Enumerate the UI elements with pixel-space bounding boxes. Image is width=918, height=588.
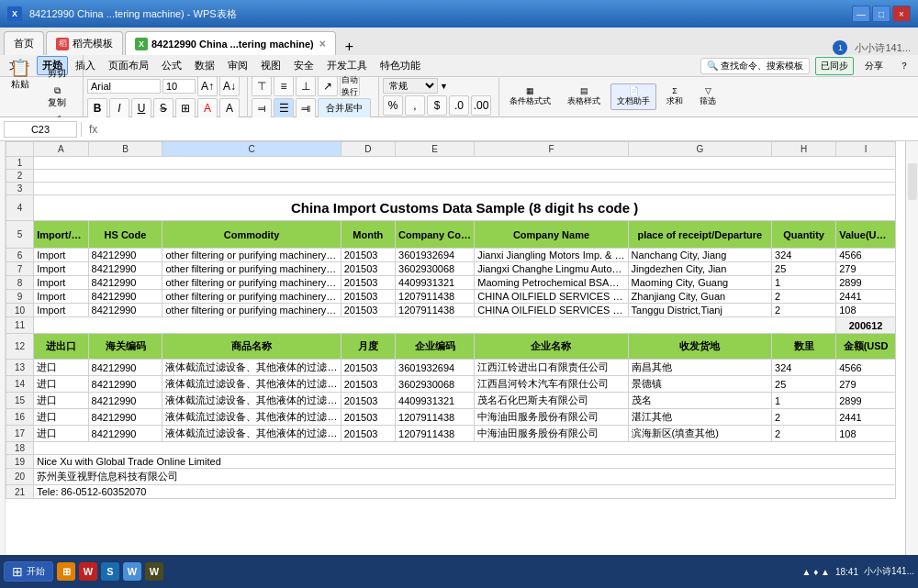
text-color-button[interactable]: A xyxy=(219,98,240,118)
col-header-B[interactable]: B xyxy=(88,142,162,157)
doc-assistant-button[interactable]: 📄 文档助手 xyxy=(610,83,656,110)
header-value-zh[interactable]: 金额(USD xyxy=(836,334,896,360)
spreadsheet-title-cell[interactable]: China Import Customs Data Sample (8 digi… xyxy=(34,195,896,221)
menu-special[interactable]: 特色功能 xyxy=(375,56,426,75)
strikethrough-button[interactable]: S̶ xyxy=(153,98,174,118)
header-commodity-en[interactable]: Commodity xyxy=(162,221,341,249)
row-header-7[interactable]: 7 xyxy=(6,262,34,276)
decrease-decimal-button[interactable]: .00 xyxy=(471,95,491,116)
new-tab-button[interactable]: + xyxy=(338,39,361,55)
menu-pagelayout[interactable]: 页面布局 xyxy=(103,56,154,75)
menu-security[interactable]: 安全 xyxy=(288,56,319,75)
taskbar-app1[interactable]: ⊞ xyxy=(57,562,75,581)
menu-dev[interactable]: 开发工具 xyxy=(321,56,373,75)
taskbar-app4[interactable]: W xyxy=(123,562,141,581)
tab-template[interactable]: 稻 稻壳模板 xyxy=(46,31,123,55)
formula-input[interactable] xyxy=(105,122,914,137)
rotate-text-button[interactable]: ↗ xyxy=(318,76,338,96)
row-header-4[interactable]: 4 xyxy=(6,195,34,221)
header-company-code-en[interactable]: Company Code xyxy=(396,221,475,249)
search-box[interactable]: 🔍 查找命令、搜索模板 xyxy=(700,58,810,74)
font-size-input[interactable] xyxy=(162,79,196,94)
row-header-17[interactable]: 17 xyxy=(6,426,34,442)
conditional-format-button[interactable]: ▦ 条件格式式 xyxy=(503,83,557,110)
sync-button[interactable]: 已同步 xyxy=(815,57,854,75)
comma-button[interactable]: , xyxy=(405,95,425,116)
row-header-14[interactable]: 14 xyxy=(6,376,34,393)
row-header-18[interactable]: 18 xyxy=(6,442,34,455)
row-header-5[interactable]: 5 xyxy=(6,221,34,249)
header-month-en[interactable]: Month xyxy=(341,221,395,249)
menu-data[interactable]: 数据 xyxy=(189,56,220,75)
currency-button[interactable]: $ xyxy=(427,95,447,116)
row-header-9[interactable]: 9 xyxy=(6,290,34,304)
row-header-11[interactable]: 11 xyxy=(6,317,34,334)
align-right-button[interactable]: ⫥ xyxy=(296,98,316,118)
align-left-button[interactable]: ⫤ xyxy=(252,98,272,118)
cell-reference-input[interactable] xyxy=(4,121,77,138)
row-header-12[interactable]: 12 xyxy=(6,334,34,360)
header-commodity-zh[interactable]: 商品名称 xyxy=(162,334,341,360)
decrease-font-button[interactable]: A↓ xyxy=(219,76,240,96)
start-button[interactable]: ⊞ 开始 xyxy=(4,561,53,582)
italic-button[interactable]: I xyxy=(109,98,129,118)
header-quantity-zh[interactable]: 数里 xyxy=(772,334,836,360)
header-import-export-en[interactable]: Import/Export xyxy=(34,221,88,249)
maximize-button[interactable]: □ xyxy=(872,6,890,22)
minimize-button[interactable]: — xyxy=(852,6,870,22)
bold-button[interactable]: B xyxy=(87,98,107,118)
align-top-button[interactable]: ⊤ xyxy=(252,76,272,96)
wrap-text-button[interactable]: 自动换行 xyxy=(340,76,360,96)
row-header-15[interactable]: 15 xyxy=(6,393,34,409)
menu-view[interactable]: 视图 xyxy=(255,56,286,75)
share-button[interactable]: 分享 xyxy=(859,57,889,75)
header-company-name-en[interactable]: Company Name xyxy=(475,221,628,249)
col-header-I[interactable]: I xyxy=(836,142,896,157)
increase-font-button[interactable]: A↑ xyxy=(197,76,218,96)
row-header-3[interactable]: 3 xyxy=(6,183,34,195)
align-middle-button[interactable]: ≡ xyxy=(274,76,294,96)
row-header-19[interactable]: 19 xyxy=(6,455,34,469)
merge-center-button[interactable]: 合并居中 xyxy=(318,98,371,118)
row-header-13[interactable]: 13 xyxy=(6,360,34,376)
col-header-A[interactable]: A xyxy=(34,142,88,157)
underline-button[interactable]: U xyxy=(131,98,151,118)
header-import-export-zh[interactable]: 进出口 xyxy=(34,334,88,360)
align-center-button[interactable]: ☰ xyxy=(274,98,294,118)
header-place-zh[interactable]: 收发货地 xyxy=(628,334,771,360)
fill-color-button[interactable]: A xyxy=(197,98,218,118)
row-header-10[interactable]: 10 xyxy=(6,304,34,317)
header-place-en[interactable]: place of receipt/Departure xyxy=(628,221,771,249)
row-header-8[interactable]: 8 xyxy=(6,276,34,290)
menu-review[interactable]: 审阅 xyxy=(222,56,253,75)
header-value-en[interactable]: Value(USD) xyxy=(836,221,896,249)
scrollbar-thumb[interactable] xyxy=(908,163,917,200)
increase-decimal-button[interactable]: .0 xyxy=(449,95,469,116)
percent-button[interactable]: % xyxy=(383,95,403,116)
col-header-C[interactable]: C xyxy=(162,142,341,157)
table-style-button[interactable]: ▤ 表格样式 xyxy=(561,83,607,110)
filter-button[interactable]: ▽ 筛选 xyxy=(693,83,722,110)
tab-doc[interactable]: X 84212990 China ...tering machine) × xyxy=(125,31,336,55)
tab-home[interactable]: 首页 xyxy=(4,31,44,55)
row-header-16[interactable]: 16 xyxy=(6,409,34,426)
row-header-6[interactable]: 6 xyxy=(6,249,34,262)
header-hs-code-zh[interactable]: 海关编码 xyxy=(88,334,162,360)
header-company-code-zh[interactable]: 企业编码 xyxy=(396,334,475,360)
tab-close-icon[interactable]: × xyxy=(319,38,326,50)
col-header-E[interactable]: E xyxy=(396,142,475,157)
col-header-G[interactable]: G xyxy=(628,142,771,157)
col-header-F[interactable]: F xyxy=(475,142,628,157)
taskbar-app3[interactable]: S xyxy=(101,562,119,581)
align-bottom-button[interactable]: ⊥ xyxy=(296,76,316,96)
row-header-20[interactable]: 20 xyxy=(6,469,34,485)
col-header-D[interactable]: D xyxy=(341,142,395,157)
header-month-zh[interactable]: 月度 xyxy=(341,334,395,360)
row-header-1[interactable]: 1 xyxy=(6,157,34,170)
copy-button[interactable]: ⧉ 复制 xyxy=(39,83,75,111)
taskbar-app5[interactable]: W xyxy=(145,562,163,581)
header-hs-code-en[interactable]: HS Code xyxy=(88,221,162,249)
menu-formula[interactable]: 公式 xyxy=(156,56,187,75)
row-header-21[interactable]: 21 xyxy=(6,485,34,499)
number-format-select[interactable]: 常规 xyxy=(383,78,438,94)
